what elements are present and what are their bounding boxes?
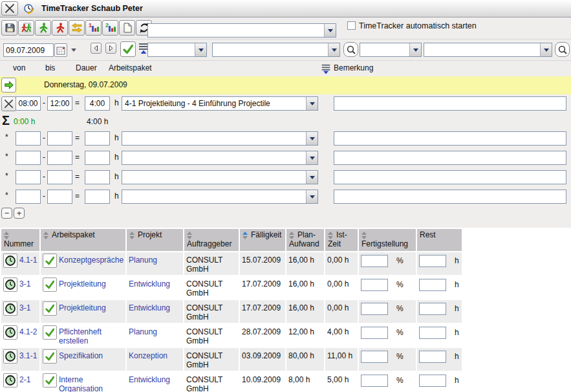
next-day-button[interactable] (105, 43, 116, 54)
arbeitspaket-combobox[interactable] (122, 151, 318, 165)
date-dropdown-button[interactable] (69, 45, 79, 55)
von-input[interactable] (16, 96, 41, 111)
dauer-input[interactable] (85, 96, 110, 111)
arbeitspaket-link[interactable]: Konzeptgespräche (59, 254, 124, 265)
von-input[interactable] (16, 151, 41, 165)
rest-input[interactable] (419, 279, 446, 291)
stop-tracking-button[interactable] (52, 20, 68, 36)
projekt-link[interactable]: Planung (129, 256, 157, 265)
column-header-arbeitspaket[interactable]: Arbeitspaket (41, 229, 125, 251)
filter-combobox-1[interactable] (147, 43, 207, 57)
arbeitspaket-link[interactable]: Projektleitung (59, 301, 106, 312)
arbeitspaket-link[interactable]: Pflichtenheft erstellen (59, 325, 124, 345)
start-tracking-button[interactable] (35, 20, 51, 36)
task-number-link[interactable]: 3.1-1 (19, 349, 37, 360)
collapse-bemerkung-icon[interactable] (320, 63, 332, 77)
dauer-input[interactable] (85, 151, 110, 165)
autostart-checkbox[interactable] (347, 21, 356, 30)
bis-input[interactable] (47, 151, 72, 165)
dauer-input[interactable] (85, 170, 110, 184)
rest-input[interactable] (419, 327, 446, 339)
start-timer-button[interactable] (3, 278, 17, 292)
jump-to-day-button[interactable] (1, 78, 16, 93)
search-button-2[interactable] (555, 42, 570, 57)
arbeitspaket-combobox[interactable]: 4-1 Projektleitung - 4 Einführung Projec… (122, 96, 318, 111)
column-header-ist-zeit[interactable]: Ist-Zeit (325, 229, 358, 251)
rest-input[interactable] (419, 351, 446, 363)
projekt-link[interactable]: Entwicklung (129, 375, 170, 384)
report-1-button[interactable]: 1 (85, 20, 102, 36)
book-task-button[interactable] (43, 373, 57, 387)
add-row-button[interactable]: + (14, 208, 25, 219)
remove-row-button[interactable]: − (1, 208, 12, 219)
toolbar-combobox[interactable] (147, 23, 336, 38)
fertigstellung-input[interactable] (361, 279, 388, 291)
book-task-button[interactable] (43, 349, 57, 364)
recurring-entries-button[interactable] (69, 20, 85, 36)
calendar-button[interactable] (54, 43, 67, 57)
arbeitspaket-combobox[interactable] (122, 190, 318, 204)
filter-combobox-4[interactable] (424, 43, 552, 57)
projekt-link[interactable]: Planung (129, 327, 157, 336)
bis-input[interactable] (47, 190, 72, 204)
rest-input[interactable] (419, 303, 446, 315)
filter-combobox-3[interactable] (360, 43, 422, 57)
start-timer-button[interactable] (3, 349, 17, 364)
filter-combobox-2[interactable] (212, 43, 340, 57)
fertigstellung-input[interactable] (361, 255, 388, 267)
rest-input[interactable] (419, 375, 446, 387)
von-input[interactable] (16, 190, 41, 204)
column-header-nummer[interactable]: Nummer (1, 229, 39, 251)
fertigstellung-input[interactable] (361, 303, 388, 315)
new-entry-button[interactable] (119, 20, 135, 36)
book-task-button[interactable] (43, 278, 57, 292)
start-timer-button[interactable] (3, 373, 17, 387)
fertigstellung-input[interactable] (361, 351, 388, 363)
start-timer-button[interactable] (3, 325, 17, 340)
bemerkung-input[interactable] (334, 131, 566, 146)
arbeitspaket-combobox[interactable] (122, 131, 318, 146)
dauer-input[interactable] (85, 190, 110, 204)
close-button[interactable] (1, 1, 18, 16)
column-header-plan-aufwand[interactable]: Plan-Aufwand (286, 229, 324, 251)
bemerkung-input[interactable] (334, 170, 566, 184)
projekt-link[interactable]: Entwicklung (129, 303, 170, 312)
column-header-auftraggeber[interactable]: Auftraggeber (184, 229, 239, 251)
date-input[interactable] (3, 43, 54, 57)
task-number-link[interactable]: 3-1 (19, 278, 30, 289)
von-input[interactable] (16, 170, 41, 184)
projekt-link[interactable]: Konzeption (129, 351, 167, 360)
task-number-link[interactable]: 3-1 (19, 301, 30, 312)
rest-input[interactable] (419, 255, 446, 267)
task-number-link[interactable]: 4.1-1 (19, 254, 37, 265)
projekt-link[interactable]: Entwicklung (129, 279, 170, 289)
bis-input[interactable] (47, 96, 72, 111)
arbeitspaket-combobox[interactable] (122, 170, 318, 184)
book-task-button[interactable] (43, 254, 57, 268)
task-number-link[interactable]: 2-1 (19, 373, 30, 384)
von-input[interactable] (16, 131, 41, 146)
column-header-fertigstellung[interactable]: Fertigstellung (359, 229, 416, 251)
book-task-button[interactable] (43, 325, 57, 340)
delete-entry-button[interactable] (1, 96, 16, 111)
start-timer-button[interactable] (3, 254, 17, 268)
bis-input[interactable] (47, 131, 72, 146)
fertigstellung-input[interactable] (361, 327, 388, 339)
arbeitspaket-link[interactable]: Spezifikation (59, 349, 103, 360)
search-button-1[interactable] (343, 42, 358, 57)
bis-input[interactable] (47, 170, 72, 184)
fertigstellung-input[interactable] (361, 375, 388, 387)
previous-day-button[interactable] (91, 43, 102, 54)
dauer-input[interactable] (85, 131, 110, 146)
book-task-button[interactable] (43, 301, 57, 316)
arbeitspaket-link[interactable]: Interne Organisation (59, 373, 124, 392)
column-header-projekt[interactable]: Projekt (127, 229, 183, 251)
bemerkung-input[interactable] (334, 151, 566, 165)
column-header-f-lligkeit[interactable]: Fälligkeit (240, 229, 285, 251)
confirm-day-button[interactable] (120, 41, 136, 57)
start-timer-button[interactable] (3, 301, 17, 316)
save-button[interactable] (1, 20, 17, 36)
switch-user-button[interactable] (18, 20, 34, 36)
task-number-link[interactable]: 4.1-2 (19, 325, 37, 336)
bemerkung-input[interactable] (334, 190, 566, 204)
